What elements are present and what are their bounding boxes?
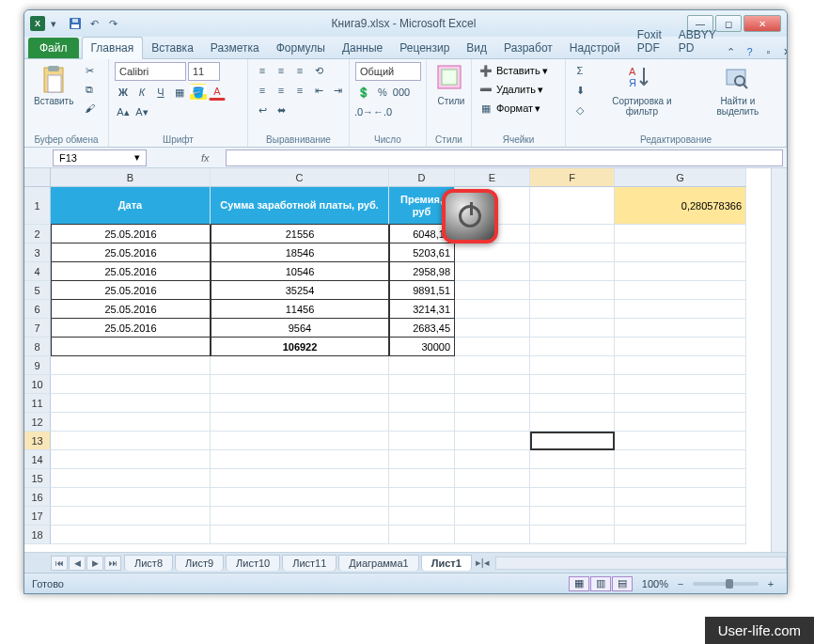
row-header[interactable]: 18	[24, 526, 51, 544]
cell[interactable]	[615, 432, 746, 450]
bold-button[interactable]: Ж	[115, 84, 132, 101]
cell[interactable]	[455, 262, 530, 281]
tab-data[interactable]: Данные	[334, 38, 391, 58]
select-all-corner[interactable]	[24, 168, 51, 187]
cell[interactable]: 2958,98	[389, 262, 455, 281]
cell[interactable]	[51, 507, 211, 526]
cell[interactable]: 25.05.2016	[51, 300, 211, 319]
sheet-tab[interactable]: Лист11	[282, 555, 337, 571]
cell[interactable]	[51, 394, 211, 413]
horizontal-scrollbar[interactable]	[495, 557, 787, 570]
cell[interactable]: 106922	[211, 338, 389, 356]
cell[interactable]: 25.05.2016	[51, 281, 211, 300]
view-normal-icon[interactable]: ▦	[569, 576, 589, 591]
currency-icon[interactable]: 💲	[355, 84, 372, 101]
cell[interactable]	[615, 375, 746, 394]
cell[interactable]: 30000	[389, 338, 455, 356]
underline-button[interactable]: Ч	[152, 84, 169, 101]
cell[interactable]	[455, 300, 530, 319]
cell[interactable]: 9564	[211, 319, 389, 338]
italic-button[interactable]: К	[133, 84, 150, 101]
cell[interactable]	[211, 488, 389, 507]
tab-home[interactable]: Главная	[82, 37, 144, 59]
tab-nav-last-icon[interactable]: ⏭	[104, 556, 121, 571]
window-restore-icon[interactable]: ▫	[762, 45, 775, 58]
save-icon[interactable]	[68, 16, 83, 31]
view-pagebreak-icon[interactable]: ▤	[612, 576, 633, 591]
cell[interactable]	[211, 413, 389, 432]
cell[interactable]	[211, 469, 389, 488]
row-header[interactable]: 7	[24, 319, 51, 338]
sheet-tab[interactable]: Лист10	[226, 555, 280, 571]
row-header[interactable]: 17	[24, 507, 51, 526]
power-button-overlay[interactable]	[442, 189, 498, 243]
sheet-tab[interactable]: Лист9	[175, 555, 224, 571]
cell[interactable]	[51, 469, 211, 488]
cell[interactable]	[211, 450, 389, 469]
zoom-level[interactable]: 100%	[642, 578, 668, 589]
row-header[interactable]: 3	[24, 243, 51, 262]
cell[interactable]	[455, 394, 530, 413]
cell[interactable]	[530, 356, 615, 375]
row-header[interactable]: 11	[24, 394, 51, 413]
cells-format-button[interactable]: ▦Формат▾	[477, 100, 540, 117]
cell[interactable]	[615, 262, 746, 281]
cell[interactable]	[530, 262, 615, 281]
cell-header[interactable]: Дата	[51, 187, 211, 225]
zoom-out-icon[interactable]: −	[672, 575, 689, 592]
cell[interactable]: 21556	[211, 225, 389, 243]
cell[interactable]	[51, 432, 211, 450]
cell[interactable]: 25.05.2016	[51, 243, 211, 262]
cell[interactable]	[455, 281, 530, 300]
cell[interactable]: 2683,45	[389, 319, 455, 338]
cell[interactable]	[615, 488, 746, 507]
cell[interactable]	[455, 526, 530, 544]
cell[interactable]	[455, 356, 530, 375]
cell[interactable]	[211, 432, 389, 450]
align-right-icon[interactable]: ≡	[291, 82, 308, 99]
redo-icon[interactable]: ↷	[105, 16, 120, 31]
row-header[interactable]: 15	[24, 469, 51, 488]
cell[interactable]	[530, 243, 615, 262]
cell[interactable]	[51, 375, 211, 394]
formula-input[interactable]	[226, 149, 783, 166]
minimize-ribbon-icon[interactable]: ⌃	[725, 45, 738, 58]
col-header[interactable]: C	[211, 168, 389, 187]
merge-icon[interactable]: ⬌	[273, 102, 290, 118]
cell[interactable]: 25.05.2016	[51, 262, 211, 281]
col-header[interactable]: D	[389, 168, 455, 187]
row-header[interactable]: 5	[24, 281, 51, 300]
row-header[interactable]: 9	[24, 356, 51, 375]
name-box[interactable]: F13▾	[53, 149, 147, 166]
cell[interactable]	[51, 526, 211, 544]
cell[interactable]	[455, 413, 530, 432]
cell[interactable]	[51, 488, 211, 507]
cell[interactable]	[615, 281, 746, 300]
window-close-icon[interactable]: ✕	[781, 45, 788, 58]
styles-button[interactable]: Стили	[432, 62, 470, 108]
cell[interactable]	[530, 507, 615, 526]
cell[interactable]: 25.05.2016	[51, 225, 211, 243]
zoom-in-icon[interactable]: +	[762, 575, 779, 592]
cell[interactable]	[615, 243, 746, 262]
cell[interactable]	[211, 356, 389, 375]
cell[interactable]	[615, 225, 746, 243]
cell[interactable]	[389, 507, 455, 526]
inc-decimal-icon[interactable]: .0→	[355, 103, 372, 120]
cell[interactable]	[389, 469, 455, 488]
row-header[interactable]: 8	[24, 338, 51, 356]
wrap-text-icon[interactable]: ↩	[254, 102, 271, 118]
tab-scroll-icon[interactable]: ▸|◂	[476, 557, 490, 569]
col-header[interactable]: B	[51, 168, 211, 187]
cell[interactable]	[530, 526, 615, 544]
cell[interactable]	[389, 526, 455, 544]
cell[interactable]	[615, 319, 746, 338]
align-center-icon[interactable]: ≡	[273, 82, 290, 99]
tab-addins[interactable]: Надстрой	[561, 38, 629, 58]
align-left-icon[interactable]: ≡	[254, 82, 271, 99]
sort-filter-button[interactable]: АЯ Сортировка и фильтр	[592, 62, 692, 118]
file-tab[interactable]: Файл	[28, 38, 79, 58]
cell[interactable]	[455, 507, 530, 526]
cell[interactable]: 3214,31	[389, 300, 455, 319]
view-layout-icon[interactable]: ▥	[590, 576, 611, 591]
